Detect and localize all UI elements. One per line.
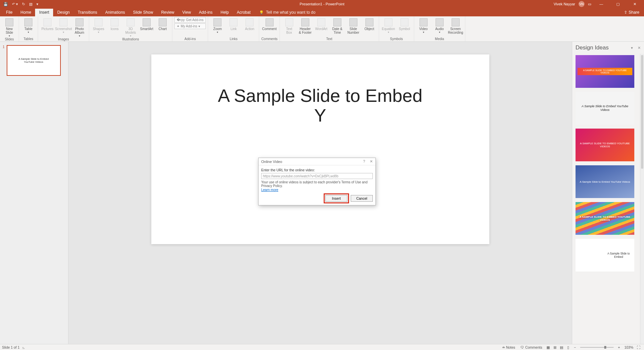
status-bar: Slide 1 of 1 ⎁ ≐ Notes 🗨 Comments ▦ ⊞ ▤ … [0, 344, 644, 350]
save-icon[interactable]: 💾 [3, 2, 8, 6]
thumbnail-text: A Sample Slide to Embed YouTube Videos [18, 57, 49, 63]
tab-slideshow[interactable]: Slide Show [129, 9, 157, 16]
dialog-close-icon[interactable]: ✕ [370, 159, 373, 164]
design-idea-4[interactable]: A Sample Slide to Embed YouTube Videos [576, 165, 634, 198]
zoom-button[interactable]: Zoom [210, 17, 225, 34]
tab-acrobat[interactable]: Acrobat [233, 9, 255, 16]
tab-insert[interactable]: Insert [35, 9, 53, 16]
pictures-button[interactable]: Pictures [40, 17, 55, 31]
design-idea-5[interactable]: A SAMPLE SLIDE TO EMBED YOUTUBE VIDEOS [576, 202, 634, 235]
slideshow-view-icon[interactable]: ▯ [565, 345, 572, 349]
notes-button[interactable]: ≐ Notes [499, 345, 518, 349]
table-button[interactable]: Table [21, 17, 36, 34]
zoom-level-label[interactable]: 103% [622, 345, 635, 349]
slide-thumbnail-1[interactable]: A Sample Slide to Embed YouTube Videos [7, 45, 61, 76]
minimize-button[interactable]: — [595, 2, 608, 6]
slide-canvas-area: A Sample Slide to Embed Y Online Video ?… [68, 42, 572, 344]
symbol-button[interactable]: Symbol [397, 17, 412, 31]
tab-transitions[interactable]: Transitions [74, 9, 101, 16]
tab-home[interactable]: Home [16, 9, 35, 16]
redo-icon[interactable]: ↻ [22, 2, 25, 6]
wordart-button[interactable]: WordArt [314, 17, 329, 31]
pane-close-icon[interactable]: ✕ [638, 46, 641, 50]
title-bar: 💾 ↶ ▾ ↻ ▧ ▾ Presentation1 - PowerPoint V… [0, 0, 644, 8]
tell-me-label: Tell me what you want to do [266, 10, 315, 15]
design-idea-3[interactable]: A SAMPLE SLIDE TO EMBED YOUTUBE VIDEOS [576, 129, 634, 161]
comments-button[interactable]: 🗨 Comments [518, 345, 545, 349]
qat-more-icon[interactable]: ▾ [36, 2, 38, 6]
start-from-beginning-icon[interactable]: ▧ [29, 2, 32, 6]
group-images-label: Images [40, 37, 87, 42]
undo-icon[interactable]: ↶ ▾ [12, 2, 18, 6]
share-button[interactable]: ⇪ Share [619, 9, 644, 16]
screen-recording-button[interactable]: Screen Recording [448, 17, 463, 34]
ribbon: New Slide Slides Table Tables Pictures S… [0, 16, 644, 42]
link-button[interactable]: Link [226, 17, 241, 31]
date-time-button[interactable]: Date & Time [330, 17, 345, 34]
dialog-help-icon[interactable]: ? [363, 159, 365, 164]
equation-button[interactable]: Equation [381, 17, 396, 34]
design-ideas-scrollbar[interactable] [640, 54, 644, 344]
learn-more-link[interactable]: Learn more [261, 188, 278, 192]
design-ideas-title: Design Ideas [576, 44, 609, 51]
fit-to-window-icon[interactable]: ⛶ [635, 345, 642, 349]
zoom-out-button[interactable]: − [572, 345, 578, 349]
slide-number-button[interactable]: Slide Number [346, 17, 361, 34]
zoom-slider[interactable] [580, 347, 614, 348]
pane-dropdown-icon[interactable]: ▾ [631, 46, 633, 50]
dialog-title: Online Video [261, 160, 282, 164]
slide-canvas[interactable]: A Sample Slide to Embed Y [151, 54, 489, 244]
ribbon-tabs: File Home Insert Design Transitions Anim… [0, 8, 644, 16]
tab-help[interactable]: Help [216, 9, 233, 16]
text-box-button[interactable]: Text Box [282, 17, 297, 34]
slide-title-text[interactable]: A Sample Slide to Embed Y [218, 86, 422, 126]
dialog-url-label: Enter the URL for the online video: [261, 168, 373, 172]
design-idea-1[interactable]: A SAMPLE SLIDE TO EMBED YOUTUBE VIDEOS [576, 55, 634, 88]
close-button[interactable]: ✕ [628, 2, 641, 6]
shapes-button[interactable]: Shapes [91, 17, 106, 34]
dialog-insert-button[interactable]: Insert [325, 195, 347, 202]
slide-counter-label[interactable]: Slide 1 of 1 [2, 345, 20, 349]
design-idea-6[interactable]: A Sample Slide to Embed [576, 239, 634, 272]
group-comments-label: Comments [261, 37, 277, 41]
icons-button[interactable]: Icons [107, 17, 122, 31]
normal-view-icon[interactable]: ▦ [545, 345, 551, 349]
workspace: 1 A Sample Slide to Embed YouTube Videos… [0, 42, 644, 344]
header-footer-button[interactable]: Header & Footer [298, 17, 313, 34]
my-addins-button[interactable]: ✦ My Add-ins ▾ [174, 23, 206, 29]
comment-button[interactable]: Comment [262, 17, 277, 31]
dialog-cancel-button[interactable]: Cancel [351, 195, 373, 202]
tab-design[interactable]: Design [53, 9, 73, 16]
design-ideas-pane: Design Ideas ▾ ✕ A SAMPLE SLIDE TO EMBED… [572, 42, 644, 344]
new-slide-button[interactable]: New Slide [2, 17, 17, 37]
tab-review[interactable]: Review [157, 9, 178, 16]
tab-addins[interactable]: Add-ins [195, 9, 217, 16]
design-ideas-list[interactable]: A SAMPLE SLIDE TO EMBED YOUTUBE VIDEOS A… [572, 54, 640, 344]
reading-view-icon[interactable]: ▤ [558, 345, 565, 349]
tab-view[interactable]: View [178, 9, 195, 16]
tab-file[interactable]: File [2, 9, 16, 16]
zoom-in-button[interactable]: + [616, 345, 622, 349]
action-button[interactable]: Action [242, 17, 257, 31]
ribbon-display-icon[interactable]: ▭ [588, 2, 591, 6]
user-name-label[interactable]: Vivek Nayyar [553, 2, 575, 6]
tab-animations[interactable]: Animations [101, 9, 129, 16]
screenshot-button[interactable]: Screenshot [56, 17, 71, 34]
smartart-button[interactable]: SmartArt [139, 17, 154, 31]
dialog-url-input[interactable] [261, 173, 373, 179]
design-idea-2[interactable]: A Sample Slide to Embed YouTube Videos [576, 92, 634, 125]
spellcheck-icon[interactable]: ⎁ [20, 345, 27, 349]
3d-models-button[interactable]: 3D Models [123, 17, 138, 37]
video-button[interactable]: Video [416, 17, 431, 34]
audio-button[interactable]: Audio [432, 17, 447, 34]
get-addins-button[interactable]: �гру Get Add-ins [174, 17, 206, 23]
maximize-button[interactable]: ▢ [611, 2, 625, 6]
tell-me-search[interactable]: Tell me what you want to do [259, 10, 315, 16]
slide-thumbnail-panel: 1 A Sample Slide to Embed YouTube Videos [0, 42, 68, 344]
object-button[interactable]: Object [362, 17, 377, 31]
user-avatar[interactable]: VN [579, 1, 585, 7]
group-text-label: Text [282, 37, 377, 41]
photo-album-button[interactable]: Photo Album [72, 17, 87, 37]
slide-sorter-view-icon[interactable]: ⊞ [551, 345, 558, 349]
chart-button[interactable]: Chart [155, 17, 170, 31]
